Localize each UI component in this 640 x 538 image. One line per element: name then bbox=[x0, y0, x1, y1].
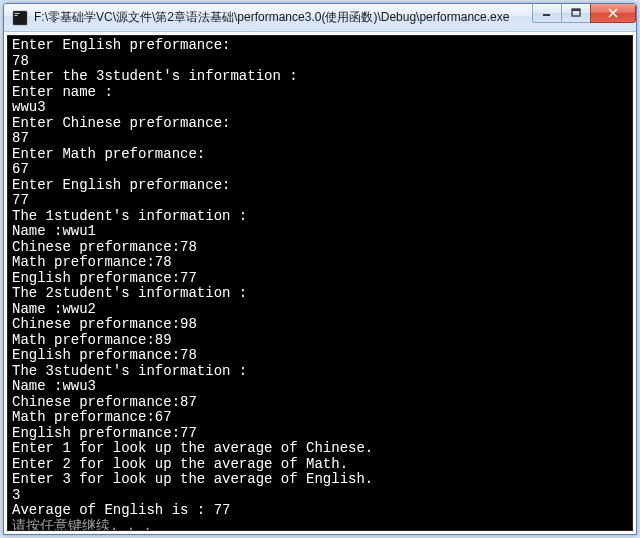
console-line: Math preformance:67 bbox=[12, 410, 628, 426]
console-line: Enter English preformance: bbox=[12, 38, 628, 54]
console-line: Enter the 3student's information : bbox=[12, 69, 628, 85]
console-line: Math preformance:78 bbox=[12, 255, 628, 271]
window-title: F:\零基础学VC\源文件\第2章语法基础\performance3.0(使用函… bbox=[34, 9, 533, 26]
console-line: Enter 3 for look up the average of Engli… bbox=[12, 472, 628, 488]
console-line: English preformance:77 bbox=[12, 426, 628, 442]
console-line: The 1student's information : bbox=[12, 209, 628, 225]
console-line: English preformance:78 bbox=[12, 348, 628, 364]
console-line: Name :wwu2 bbox=[12, 302, 628, 318]
console-line: Average of English is : 77 bbox=[12, 503, 628, 519]
console-line: English preformance:77 bbox=[12, 271, 628, 287]
console-line: 77 bbox=[12, 193, 628, 209]
maximize-button[interactable] bbox=[561, 4, 591, 23]
console-window: F:\零基础学VC\源文件\第2章语法基础\performance3.0(使用函… bbox=[3, 3, 637, 535]
close-button[interactable] bbox=[590, 4, 636, 23]
close-icon bbox=[607, 8, 619, 18]
window-controls bbox=[533, 4, 636, 31]
svg-rect-2 bbox=[15, 15, 18, 16]
console-line: Enter 1 for look up the average of Chine… bbox=[12, 441, 628, 457]
console-line: Chinese preformance:98 bbox=[12, 317, 628, 333]
continue-hint: 请按任意键继续. . . bbox=[12, 519, 628, 532]
console-line: wwu3 bbox=[12, 100, 628, 116]
svg-rect-3 bbox=[543, 14, 550, 16]
console-line: 3 bbox=[12, 488, 628, 504]
console-line: Name :wwu3 bbox=[12, 379, 628, 395]
console-line: 67 bbox=[12, 162, 628, 178]
titlebar[interactable]: F:\零基础学VC\源文件\第2章语法基础\performance3.0(使用函… bbox=[4, 4, 636, 32]
console-line: Name :wwu1 bbox=[12, 224, 628, 240]
maximize-icon bbox=[571, 8, 581, 18]
console-line: 87 bbox=[12, 131, 628, 147]
console-output: Enter English preformance:78Enter the 3s… bbox=[12, 38, 628, 531]
console-line: Math preformance:89 bbox=[12, 333, 628, 349]
console-line: The 2student's information : bbox=[12, 286, 628, 302]
console-line: Enter name : bbox=[12, 85, 628, 101]
console-line: Enter 2 for look up the average of Math. bbox=[12, 457, 628, 473]
console-client-area[interactable]: Enter English preformance:78Enter the 3s… bbox=[7, 35, 633, 531]
console-line: Enter Chinese preformance: bbox=[12, 116, 628, 132]
console-line: The 3student's information : bbox=[12, 364, 628, 380]
svg-rect-5 bbox=[572, 9, 580, 11]
console-line: Enter English preformance: bbox=[12, 178, 628, 194]
console-line: Chinese preformance:87 bbox=[12, 395, 628, 411]
svg-rect-1 bbox=[15, 13, 20, 14]
console-line: Enter Math preformance: bbox=[12, 147, 628, 163]
console-line: Chinese preformance:78 bbox=[12, 240, 628, 256]
minimize-button[interactable] bbox=[532, 4, 562, 23]
minimize-icon bbox=[542, 8, 552, 18]
app-icon bbox=[12, 10, 28, 26]
console-line: 78 bbox=[12, 54, 628, 70]
